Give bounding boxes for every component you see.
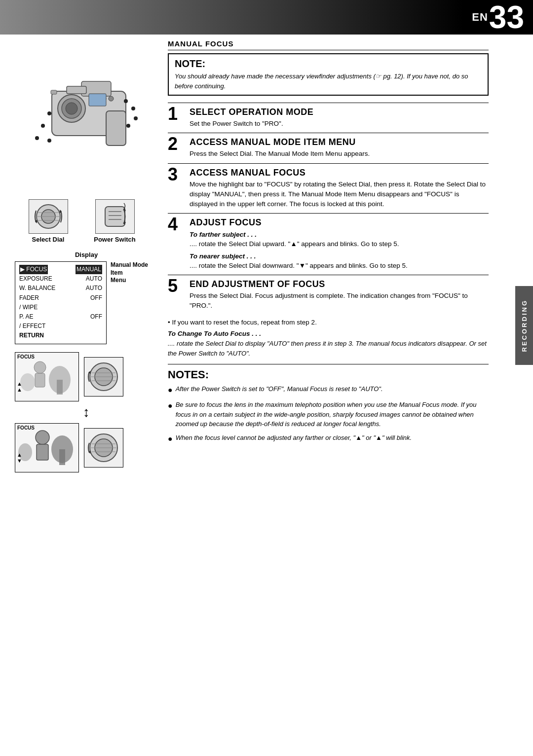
en-label: EN (472, 11, 488, 24)
svg-point-13 (124, 99, 128, 103)
note-bullet-3: ● (168, 433, 173, 445)
step-1: 1 SELECT OPERATION MODE Set the Power Sw… (168, 103, 489, 133)
step-2-title: ACCESS MANUAL MODE ITEM MENU (190, 137, 489, 147)
note-item-2: ● Be sure to focus the lens in the maxim… (168, 400, 489, 429)
svg-point-9 (47, 111, 51, 115)
camera-labels: Select Dial Power Switch (15, 199, 148, 243)
step-3-body: Move the highlight bar to "FOCUS" by rot… (190, 180, 489, 210)
step-2-body: Press the Select Dial. The Manual Mode I… (190, 149, 489, 159)
step-4-sub1: To farther subject . . . (190, 231, 489, 238)
focus-panel-near: FOCUS ▲▼ (15, 423, 79, 472)
to-change-title: To Change To Auto Focus . . . (168, 330, 489, 337)
display-label: Display (15, 251, 158, 258)
right-column: MANUAL FOCUS NOTE: You should already ha… (168, 39, 513, 449)
step-3-number: 3 (168, 166, 186, 183)
svg-point-8 (109, 96, 114, 101)
bullet-note: • If you want to reset the focus, repeat… (168, 319, 489, 326)
step-4-number: 4 (168, 216, 186, 233)
camera-diagram (15, 39, 148, 197)
to-change-body: .... rotate the Select Dial to display "… (168, 339, 489, 358)
notes-title: NOTES: (168, 368, 489, 381)
step-5-number: 5 (168, 277, 186, 295)
step-2-number: 2 (168, 135, 186, 153)
svg-point-36 (20, 373, 35, 391)
svg-rect-26 (105, 207, 125, 226)
step-5-content: END ADJUSTMENT OF FOCUS Press the Select… (190, 279, 489, 311)
recording-label: RECORDING (521, 299, 528, 352)
step-1-title: SELECT OPERATION MODE (190, 107, 489, 117)
svg-point-10 (41, 124, 45, 128)
arrow-down: ↕ (15, 405, 158, 419)
step-2: 2 ACCESS MANUAL MODE ITEM MENU Press the… (168, 133, 489, 163)
menu-area: ▶ FOCUS MANUAL EXPOSUREAUTO W. BALANCEAU… (15, 261, 158, 347)
svg-point-3 (66, 103, 77, 114)
step-5-body: Press the Select Dial. Focus adjustment … (190, 291, 489, 311)
step-5-title: END ADJUSTMENT OF FOCUS (190, 279, 489, 289)
note-title: NOTE: (175, 58, 482, 70)
step-4-content: ADJUST FOCUS To farther subject . . . ..… (190, 217, 489, 271)
svg-rect-46 (59, 449, 65, 465)
svg-point-32 (34, 361, 46, 373)
svg-point-12 (47, 139, 51, 143)
svg-point-14 (131, 107, 135, 110)
svg-rect-44 (37, 444, 48, 460)
svg-rect-18 (89, 94, 106, 106)
note-item-3: ● When the focus level cannot be adjuste… (168, 433, 489, 445)
note-text: You should already have made the necessa… (175, 72, 482, 91)
svg-rect-6 (67, 86, 86, 94)
step-1-body: Set the Power Switch to "PRO". (190, 119, 489, 129)
step-3-title: ACCESS MANUAL FOCUS (190, 168, 489, 178)
step-3-content: ACCESS MANUAL FOCUS Move the highlight b… (190, 168, 489, 210)
svg-rect-35 (57, 380, 63, 395)
left-column: Select Dial Power Switch (15, 39, 158, 472)
step-4-body1: .... rotate the Select Dial upward. "▲" … (190, 239, 489, 249)
focus-panel-far: FOCUS ▲▲ (15, 352, 79, 401)
step-4: 4 ADJUST FOCUS To farther subject . . . … (168, 213, 489, 275)
note-bullet-1: ● (168, 384, 173, 396)
manual-mode-menu-label: Manual Mode ItemMenu (111, 261, 158, 285)
manual-mode-menu: ▶ FOCUS MANUAL EXPOSUREAUTO W. BALANCEAU… (15, 261, 107, 344)
step-4-title: ADJUST FOCUS (190, 217, 489, 228)
note-text-3: When the focus level cannot be adjusted … (176, 433, 412, 443)
focus-dial-near (84, 428, 123, 468)
focus-row-1: FOCUS ▲▲ (15, 352, 158, 401)
notes-section: NOTES: ● After the Power Switch is set t… (168, 364, 489, 445)
step-2-content: ACCESS MANUAL MODE ITEM MENU Press the S… (190, 137, 489, 159)
power-switch-label: Power Switch (94, 236, 136, 243)
page-number: 33 (489, 1, 524, 33)
note-text-2: Be sure to focus the lens in the maximum… (176, 400, 489, 429)
svg-rect-17 (51, 90, 57, 94)
step-3: 3 ACCESS MANUAL FOCUS Move the highlight… (168, 163, 489, 214)
focus-row-2: FOCUS ▲▼ (15, 423, 158, 472)
step-4-sub2: To nearer subject . . . (190, 252, 489, 260)
svg-point-43 (36, 431, 49, 444)
svg-rect-33 (35, 373, 45, 387)
top-bar: EN 33 (0, 0, 533, 35)
note-box: NOTE: You should already have made the n… (168, 53, 489, 96)
step-4-body2: .... rotate the Select Dial downward. "▼… (190, 261, 489, 271)
svg-point-11 (35, 136, 39, 140)
manual-focus-heading: MANUAL FOCUS (168, 39, 489, 50)
focus-panels: FOCUS ▲▲ (15, 352, 158, 472)
step-5: 5 END ADJUSTMENT OF FOCUS Press the Sele… (168, 275, 489, 315)
select-dial-label: Select Dial (32, 236, 65, 243)
recording-tab: RECORDING (515, 286, 533, 365)
svg-point-15 (134, 116, 138, 120)
note-item-1: ● After the Power Switch is set to "OFF"… (168, 384, 489, 396)
page-number-box: EN 33 (463, 0, 533, 35)
svg-point-16 (126, 124, 130, 128)
note-bullet-2: ● (168, 400, 173, 412)
step-1-content: SELECT OPERATION MODE Set the Power Swit… (190, 107, 489, 129)
focus-dial-far (84, 357, 123, 396)
top-bar-gradient (0, 0, 463, 35)
note-text-1: After the Power Switch is set to "OFF", … (176, 384, 383, 394)
svg-rect-5 (106, 111, 126, 145)
step-1-number: 1 (168, 105, 186, 123)
